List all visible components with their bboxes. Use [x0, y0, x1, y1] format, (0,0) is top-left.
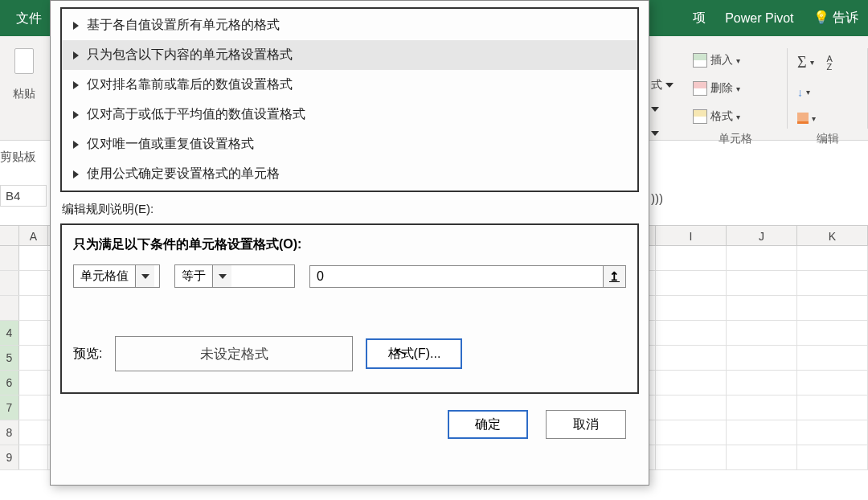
formula-bar-fragment: ))) [651, 191, 663, 205]
ok-button[interactable]: 确定 [448, 410, 528, 439]
chevron-down-icon [219, 274, 227, 279]
rule-type-item[interactable]: 只为包含以下内容的单元格设置格式 [62, 40, 637, 70]
chevron-down-icon [141, 274, 149, 279]
row-header[interactable]: 8 [0, 420, 19, 445]
rule-type-item[interactable]: 基于各自值设置所有单元格的格式 [62, 10, 637, 40]
column-header-i[interactable]: I [656, 226, 727, 245]
name-box[interactable]: B4 [0, 185, 47, 207]
styles-dropdown[interactable]: 式 [651, 72, 674, 145]
row-header[interactable] [0, 296, 19, 320]
edit-formatting-rule-dialog: 基于各自值设置所有单元格的格式 只为包含以下内容的单元格设置格式 仅对排名靠前或… [50, 0, 649, 486]
collapse-dialog-icon: ↥ [609, 269, 620, 284]
triangle-bullet-icon [73, 51, 79, 59]
triangle-bullet-icon [73, 22, 79, 30]
range-picker-button[interactable]: ↥ [603, 266, 625, 287]
rule-criteria-panel: 只为满足以下条件的单元格设置格式(O): 单元格值 等于 ↥ 预览: 未设定格式… [60, 223, 639, 394]
column-header-a[interactable]: A [19, 226, 48, 245]
cells-group: 插入 ▾ 删除 ▾ 格式 ▾ 单元格 [683, 48, 788, 129]
format-button[interactable]: 格式 ▾ [693, 108, 777, 125]
delete-cells-icon [693, 81, 707, 96]
lightbulb-icon: 💡 [813, 10, 829, 24]
insert-button[interactable]: 插入 ▾ [693, 51, 777, 69]
insert-cells-icon [693, 53, 707, 68]
chevron-down-icon [665, 83, 674, 88]
paste-icon[interactable] [10, 48, 39, 84]
format-preview-box: 未设定格式 [115, 336, 353, 371]
editing-group-label: 编辑 [788, 132, 867, 146]
sigma-icon: Σ [797, 53, 807, 72]
row-header[interactable] [0, 271, 19, 295]
delete-button[interactable]: 删除 ▾ [693, 80, 777, 97]
clear-button[interactable]: ▾ [797, 111, 858, 125]
chevron-down-icon [651, 107, 659, 112]
row-header[interactable]: 9 [0, 445, 19, 469]
triangle-bullet-icon [73, 141, 79, 149]
rule-type-item[interactable]: 使用公式确定要设置格式的单元格 [62, 159, 637, 189]
row-header[interactable]: 7 [0, 395, 19, 420]
cancel-button[interactable]: 取消 [546, 410, 626, 439]
row-header[interactable] [0, 246, 19, 270]
row-header[interactable]: 5 [0, 346, 19, 370]
clipboard-group: 粘贴 [0, 48, 48, 101]
column-header-k[interactable]: K [797, 226, 868, 245]
fill-button[interactable]: ↓ ▾ [797, 84, 858, 100]
format-button[interactable]: 格式(F)... ↖ [366, 338, 462, 369]
comparison-value-field[interactable]: ↥ [309, 265, 626, 288]
row-header[interactable]: 6 [0, 371, 19, 395]
fill-down-icon: ↓ [797, 86, 803, 99]
ribbon-tab-tellme[interactable]: 💡 告诉 [804, 10, 868, 27]
criteria-type-combo[interactable]: 单元格值 [73, 264, 160, 288]
paste-label[interactable]: 粘贴 [0, 87, 48, 101]
row-header[interactable]: 4 [0, 321, 19, 345]
rule-type-item[interactable]: 仅对高于或低于平均值的数值设置格式 [62, 100, 637, 129]
preview-label: 预览: [73, 346, 102, 363]
sort-icon: AZ [826, 55, 832, 71]
triangle-bullet-icon [73, 170, 79, 178]
editing-group: Σ ▾ AZ ↓ ▾ ▾ 编辑 [788, 48, 868, 129]
criteria-header: 只为满足以下条件的单元格设置格式(O): [73, 236, 626, 253]
comparison-operator-combo[interactable]: 等于 [174, 264, 295, 288]
autosum-button[interactable]: Σ ▾ AZ [797, 51, 858, 73]
edit-rule-description-label: 编辑规则说明(E): [62, 202, 637, 217]
clipboard-group-label: 剪贴板 [0, 150, 36, 165]
format-cells-icon [693, 109, 707, 124]
select-all-corner[interactable] [0, 226, 19, 245]
rule-type-item[interactable]: 仅对排名靠前或靠后的数值设置格式 [62, 70, 637, 100]
rule-type-list: 基于各自值设置所有单元格的格式 只为包含以下内容的单元格设置格式 仅对排名靠前或… [60, 7, 639, 192]
column-header-j[interactable]: J [727, 226, 797, 245]
triangle-bullet-icon [73, 81, 79, 89]
clear-icon [797, 113, 809, 124]
chevron-down-icon [651, 131, 659, 136]
cells-group-label: 单元格 [683, 132, 787, 146]
rule-type-item[interactable]: 仅对唯一值或重复值设置格式 [62, 129, 637, 159]
triangle-bullet-icon [73, 111, 79, 119]
ribbon-tab-powerpivot[interactable]: Power Pivot [715, 11, 803, 26]
ribbon-tab-misc[interactable]: 项 [683, 10, 715, 27]
comparison-value-input[interactable] [310, 266, 603, 287]
